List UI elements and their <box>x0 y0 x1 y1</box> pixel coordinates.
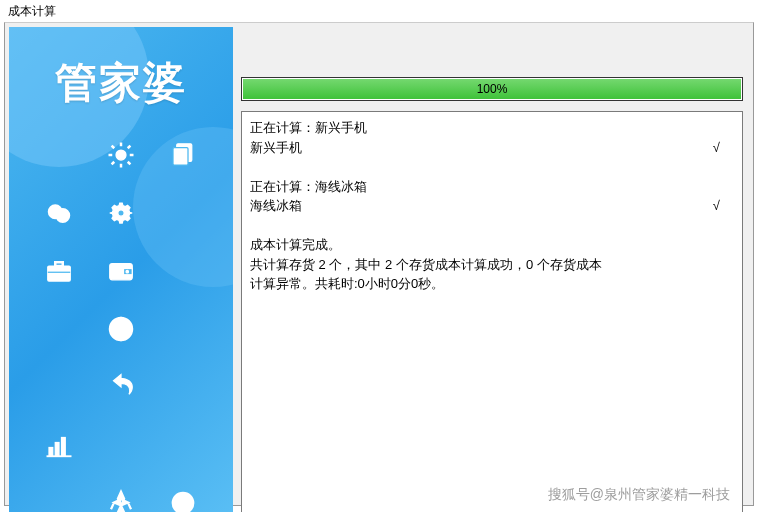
files-icon <box>163 135 203 175</box>
blank-icon <box>163 425 203 465</box>
sun-icon <box>101 135 141 175</box>
blank-icon <box>163 367 203 407</box>
log-line: 新兴手机√ <box>250 138 734 158</box>
log-text: 正在计算：海线冰箱 <box>250 177 367 197</box>
globe-icon <box>101 309 141 349</box>
log-text: 正在计算：新兴手机 <box>250 118 367 138</box>
check-icon: √ <box>713 138 734 158</box>
svg-rect-10 <box>173 148 188 166</box>
blank-icon <box>39 135 79 175</box>
log-line: 计算异常。共耗时:0小时0分0秒。 <box>250 274 734 294</box>
progress-fill: 100% <box>243 79 741 99</box>
svg-point-13 <box>118 210 124 216</box>
svg-rect-26 <box>55 443 59 457</box>
log-text: 共计算存货 2 个，其中 2 个存货成本计算成功，0 个存货成本 <box>250 255 602 275</box>
pie-icon <box>163 483 203 512</box>
log-line: 正在计算：新兴手机 <box>250 118 734 138</box>
check-icon: √ <box>713 196 734 216</box>
svg-point-19 <box>126 270 129 273</box>
svg-rect-27 <box>62 438 66 457</box>
sidebar-icon-grid <box>9 129 233 512</box>
main-area: 管家婆 100% 正在计算：新兴手机新兴手机√ 正在计算：海线冰箱海线冰箱√ 成… <box>5 23 753 512</box>
blank-icon <box>39 309 79 349</box>
blank-icon <box>163 251 203 291</box>
briefcase-icon <box>39 251 79 291</box>
svg-rect-15 <box>55 262 63 266</box>
progress-label: 100% <box>477 82 508 96</box>
progress-bar: 100% <box>241 77 743 101</box>
log-text: 海线冰箱 <box>250 196 302 216</box>
undo-icon <box>101 367 141 407</box>
svg-line-5 <box>112 146 115 149</box>
svg-point-0 <box>116 150 126 160</box>
log-line: 海线冰箱√ <box>250 196 734 216</box>
window-titlebar: 成本计算 <box>0 0 758 22</box>
gear-icon <box>101 193 141 233</box>
blank-icon <box>163 193 203 233</box>
log-text: 计算异常。共耗时:0小时0分0秒。 <box>250 274 444 294</box>
star-icon <box>101 483 141 512</box>
content-area: 100% 正在计算：新兴手机新兴手机√ 正在计算：海线冰箱海线冰箱√ 成本计算完… <box>241 27 749 512</box>
log-text <box>250 157 254 177</box>
bars-icon <box>39 425 79 465</box>
brand-logo: 管家婆 <box>9 27 233 129</box>
sidebar: 管家婆 <box>9 27 233 512</box>
window-title: 成本计算 <box>8 4 56 18</box>
log-text: 新兴手机 <box>250 138 302 158</box>
log-line: 正在计算：海线冰箱 <box>250 177 734 197</box>
log-output: 正在计算：新兴手机新兴手机√ 正在计算：海线冰箱海线冰箱√ 成本计算完成。共计算… <box>241 111 743 512</box>
svg-line-8 <box>128 146 131 149</box>
svg-point-12 <box>57 209 70 222</box>
svg-line-6 <box>128 162 131 165</box>
log-text <box>250 216 254 236</box>
blank-icon <box>101 425 141 465</box>
log-text: 成本计算完成。 <box>250 235 341 255</box>
svg-rect-25 <box>49 448 53 457</box>
log-line: 共计算存货 2 个，其中 2 个存货成本计算成功，0 个存货成本 <box>250 255 734 275</box>
blank-icon <box>163 309 203 349</box>
svg-rect-14 <box>48 266 71 281</box>
wallet-icon <box>101 251 141 291</box>
log-line <box>250 157 734 177</box>
window-body: 管家婆 100% 正在计算：新兴手机新兴手机√ 正在计算：海线冰箱海线冰箱√ 成… <box>4 22 754 506</box>
log-line <box>250 216 734 236</box>
rings-icon <box>39 193 79 233</box>
blank-icon <box>39 367 79 407</box>
log-line: 成本计算完成。 <box>250 235 734 255</box>
blank-icon <box>39 483 79 512</box>
svg-line-7 <box>112 162 115 165</box>
